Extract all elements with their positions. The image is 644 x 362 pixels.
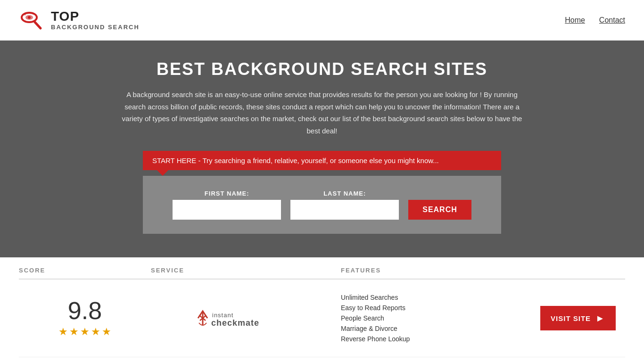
feature-1-3: People Search bbox=[341, 314, 531, 322]
svg-text:instant: instant bbox=[212, 312, 233, 319]
last-name-label: LAST NAME: bbox=[290, 190, 399, 197]
star-4: ★ bbox=[91, 326, 100, 338]
visit-col-1: VISIT SITE ► bbox=[531, 306, 625, 330]
search-form: FIRST NAME: LAST NAME: SEARCH bbox=[152, 190, 492, 220]
logo-text: TOP BACKGROUND SEARCH bbox=[51, 9, 140, 31]
first-name-group: FIRST NAME: bbox=[173, 190, 281, 220]
star-2: ★ bbox=[69, 326, 79, 338]
feature-1-2: Easy to Read Reports bbox=[341, 304, 531, 312]
results-section: SCORE SERVICE FEATURES 9.8 ★ ★ ★ ★ ★ bbox=[0, 257, 644, 362]
logo-top: TOP bbox=[51, 9, 140, 24]
logo-bottom: BACKGROUND SEARCH bbox=[51, 24, 140, 31]
site-header: TOP BACKGROUND SEARCH Home Contact bbox=[0, 0, 644, 41]
col-score: SCORE bbox=[19, 267, 151, 274]
page-title: BEST BACKGROUND SEARCH SITES bbox=[9, 59, 635, 79]
result-row-2: 9.4 ★ ★ ★ ★ ★ PeopleLooker Accurate and … bbox=[19, 357, 625, 362]
last-name-input[interactable] bbox=[290, 200, 399, 220]
service-col-1: instant checkmate bbox=[151, 304, 341, 332]
result-row-1: 9.8 ★ ★ ★ ★ ★ bbox=[19, 280, 625, 357]
nav-home[interactable]: Home bbox=[565, 16, 585, 25]
star-5: ★ bbox=[102, 326, 111, 338]
first-name-input[interactable] bbox=[173, 200, 281, 220]
feature-1-1: Unlimited Searches bbox=[341, 294, 531, 301]
col-features: FEATURES bbox=[341, 267, 531, 274]
results-header: SCORE SERVICE FEATURES bbox=[19, 257, 625, 280]
score-1: 9.8 bbox=[68, 298, 102, 323]
feature-1-5: Reverse Phone Lookup bbox=[341, 335, 531, 343]
stars-1: ★ ★ ★ ★ ★ bbox=[58, 326, 111, 338]
features-col-1: Unlimited Searches Easy to Read Reports … bbox=[341, 294, 531, 343]
first-name-label: FIRST NAME: bbox=[173, 190, 281, 197]
main-nav: Home Contact bbox=[565, 16, 625, 25]
last-name-group: LAST NAME: bbox=[290, 190, 399, 220]
logo: TOP BACKGROUND SEARCH bbox=[19, 7, 140, 33]
svg-point-2 bbox=[28, 16, 31, 19]
visit-site-button-1[interactable]: VISIT SITE ► bbox=[540, 306, 616, 330]
svg-line-3 bbox=[35, 22, 41, 28]
star-3: ★ bbox=[80, 326, 90, 338]
nav-contact[interactable]: Contact bbox=[599, 16, 625, 25]
feature-1-4: Marriage & Divorce bbox=[341, 325, 531, 332]
logo-icon bbox=[19, 7, 47, 33]
search-form-area: FIRST NAME: LAST NAME: SEARCH bbox=[143, 176, 501, 234]
search-button[interactable]: SEARCH bbox=[408, 200, 471, 220]
svg-point-4 bbox=[24, 14, 26, 16]
hero-section: BEST BACKGROUND SEARCH SITES A backgroun… bbox=[0, 41, 644, 257]
star-1: ★ bbox=[58, 326, 68, 338]
callout-banner: START HERE - Try searching a friend, rel… bbox=[143, 151, 501, 170]
checkmate-logo: instant checkmate bbox=[194, 304, 298, 332]
col-action bbox=[531, 267, 625, 274]
score-col-1: 9.8 ★ ★ ★ ★ ★ bbox=[19, 298, 151, 338]
visit-arrow-1: ► bbox=[595, 313, 605, 324]
svg-text:checkmate: checkmate bbox=[211, 318, 259, 328]
visit-site-label-1: VISIT SITE bbox=[551, 314, 591, 322]
col-service: SERVICE bbox=[151, 267, 341, 274]
hero-description: A background search site is an easy-to-u… bbox=[119, 89, 525, 137]
